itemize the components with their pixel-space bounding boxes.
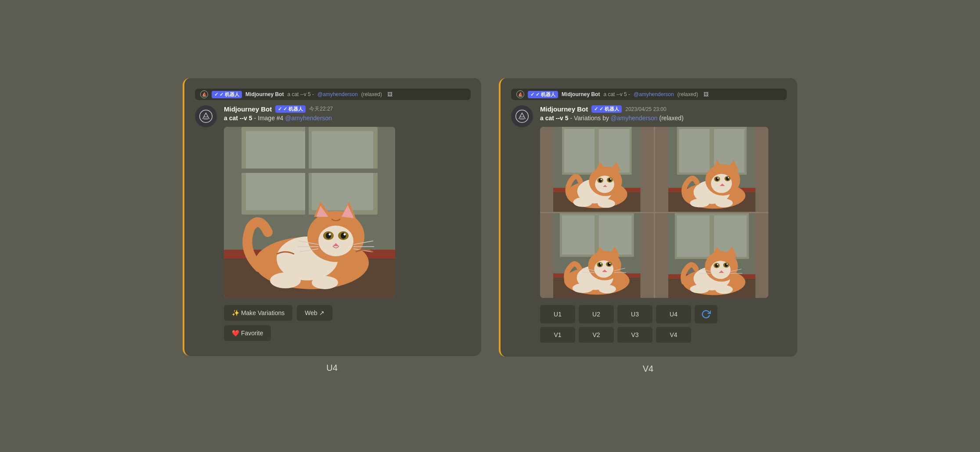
message-header-right: Midjourney Bot ✓ 机器人 2023/04/25 23:00 xyxy=(540,105,787,113)
svg-point-12 xyxy=(312,276,338,289)
svg-point-63 xyxy=(715,199,733,208)
top-command-left: a cat --v 5 - xyxy=(287,91,314,97)
web-button[interactable]: Web ↗ xyxy=(297,305,332,321)
u2-button[interactable]: U2 xyxy=(579,305,614,323)
timestamp-left: 今天22:27 xyxy=(309,105,333,113)
badge-left: ✓ 机器人 xyxy=(275,105,306,113)
svg-rect-77 xyxy=(562,215,594,254)
message-row-left: Midjourney Bot ✓ 机器人 今天22:27 a cat --v 5… xyxy=(195,105,471,345)
panels-container: ⛵ ✓ 机器人 Midjourney Bot a cat --v 5 - @am… xyxy=(183,78,797,374)
msg-text-mid-right: - Variations by xyxy=(569,115,611,122)
svg-point-93 xyxy=(600,263,602,264)
top-user-left: @amyhenderson xyxy=(317,91,358,97)
top-notification-right: ⛵ ✓ 机器人 Midjourney Bot a cat --v 5 - @am… xyxy=(511,89,787,100)
left-panel-label: U4 xyxy=(326,363,338,373)
top-bot-name-right: Midjourney Bot xyxy=(562,91,600,97)
make-variations-button[interactable]: ✨ Make Variations xyxy=(224,305,292,321)
u3-button[interactable]: U3 xyxy=(617,305,652,323)
top-notification-left: ⛵ ✓ 机器人 Midjourney Bot a cat --v 5 - @am… xyxy=(195,89,471,100)
message-row-right: Midjourney Bot ✓ 机器人 2023/04/25 23:00 a … xyxy=(511,105,787,346)
notif-icon-right: ⛵ xyxy=(516,90,524,98)
svg-point-119 xyxy=(726,263,728,265)
badge-left-notif: ✓ 机器人 xyxy=(212,91,242,98)
message-content-right: Midjourney Bot ✓ 机器人 2023/04/25 23:00 a … xyxy=(540,105,787,346)
svg-rect-56 xyxy=(679,129,709,172)
svg-rect-102 xyxy=(677,215,709,256)
svg-point-94 xyxy=(609,262,611,264)
badge-right: ✓ 机器人 xyxy=(591,105,622,113)
v-buttons-row: V1 V2 V3 V4 xyxy=(540,327,787,343)
message-text-left: a cat --v 5 - Image #4 @amyhenderson xyxy=(224,115,471,122)
bot-name-right: Midjourney Bot xyxy=(540,105,588,113)
svg-point-23 xyxy=(329,233,331,236)
avatar-left xyxy=(195,105,217,127)
svg-point-62 xyxy=(690,199,709,208)
button-row-left: ✨ Make Variations Web ↗ xyxy=(224,305,471,321)
top-bot-name-left: Midjourney Bot xyxy=(245,91,284,97)
svg-point-118 xyxy=(717,264,718,265)
u4-button[interactable]: U4 xyxy=(656,305,691,323)
svg-point-73 xyxy=(728,177,729,179)
msg-text-pre-right: a cat --v 5 xyxy=(540,115,569,122)
grid-cell-2 xyxy=(655,127,769,212)
grid-cell-3 xyxy=(540,213,654,298)
message-text-right: a cat --v 5 - Variations by @amyhenderso… xyxy=(540,115,787,122)
grid-cell-4 xyxy=(655,213,769,298)
left-panel: ⛵ ✓ 机器人 Midjourney Bot a cat --v 5 - @am… xyxy=(183,78,481,356)
svg-point-14 xyxy=(318,226,353,256)
top-img-icon-left: 🖼 xyxy=(387,91,393,97)
favorite-button[interactable]: ❤️ Favorite xyxy=(224,325,271,341)
svg-rect-35 xyxy=(564,129,594,172)
top-user-right: @amyhenderson xyxy=(634,91,674,97)
badge-right-notif: ✓ 机器人 xyxy=(528,91,558,98)
top-status-left: (relaxed) xyxy=(361,91,382,97)
svg-point-42 xyxy=(598,199,615,208)
svg-rect-6 xyxy=(241,169,378,173)
svg-point-24 xyxy=(344,233,346,236)
message-content-left: Midjourney Bot ✓ 机器人 今天22:27 a cat --v 5… xyxy=(224,105,471,345)
right-panel: ⛵ ✓ 机器人 Midjourney Bot a cat --v 5 - @am… xyxy=(499,78,797,357)
svg-point-72 xyxy=(717,178,718,179)
avatar-right xyxy=(511,105,533,127)
bot-name-left: Midjourney Bot xyxy=(224,105,272,113)
msg-text-post-right: (relaxed) xyxy=(658,115,684,122)
timestamp-right: 2023/04/25 23:00 xyxy=(625,106,666,112)
v2-button[interactable]: V2 xyxy=(579,327,614,343)
svg-point-108 xyxy=(690,284,709,293)
cat-image-grid xyxy=(540,127,768,298)
svg-point-0 xyxy=(200,110,213,123)
svg-point-84 xyxy=(598,284,616,293)
v3-button[interactable]: V3 xyxy=(617,327,652,343)
right-panel-label: V4 xyxy=(643,364,653,374)
top-status-right: (relaxed) xyxy=(677,91,698,97)
notif-icon-left: ⛵ xyxy=(200,90,208,98)
v1-button[interactable]: V1 xyxy=(540,327,575,343)
svg-point-51 xyxy=(601,179,602,180)
svg-point-11 xyxy=(270,273,301,288)
msg-user-left: @amyhenderson xyxy=(285,115,332,122)
u1-button[interactable]: U1 xyxy=(540,305,575,323)
u-buttons-row: U1 U2 U3 U4 xyxy=(540,305,787,323)
svg-point-109 xyxy=(715,285,733,294)
refresh-button[interactable] xyxy=(695,305,717,323)
msg-text-mid-left: - Image #4 xyxy=(252,115,285,122)
msg-text-pre-left: a cat --v 5 xyxy=(224,115,252,122)
message-header-left: Midjourney Bot ✓ 机器人 今天22:27 xyxy=(224,105,471,113)
top-img-icon-right: 🖼 xyxy=(703,91,709,97)
top-command-right: a cat --v 5 - xyxy=(603,91,630,97)
v4-button[interactable]: V4 xyxy=(656,327,691,343)
svg-point-83 xyxy=(573,283,594,293)
cat-image-single xyxy=(224,127,395,298)
grid-cell-1 xyxy=(540,127,654,212)
favorite-row-left: ❤️ Favorite xyxy=(224,325,471,341)
svg-point-41 xyxy=(573,197,593,207)
svg-point-32 xyxy=(516,110,529,123)
msg-user-right: @amyhenderson xyxy=(611,115,658,122)
svg-point-52 xyxy=(610,179,612,180)
